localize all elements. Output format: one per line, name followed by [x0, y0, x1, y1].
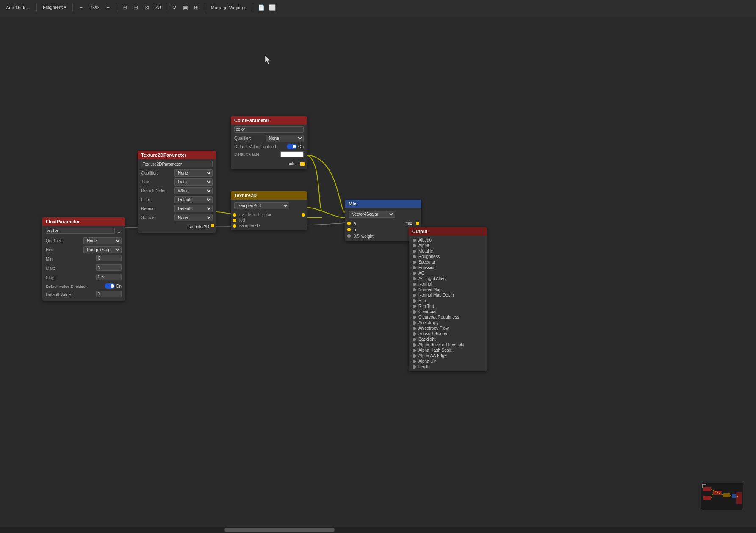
grid-snap-icon[interactable]: ⊞ [120, 3, 129, 12]
svg-point-30 [413, 349, 416, 352]
mini-preview-corner [702, 484, 706, 488]
t2d-defaultcolor-label: Default Color: [141, 189, 171, 193]
tex2d-param-name-input[interactable] [141, 161, 213, 167]
output-port-anisotropy-flow: Anisotropy Flow [412, 325, 484, 331]
default-value-label: Default Value: [234, 152, 264, 157]
tex2d-parameter-header[interactable]: Texture2DParameter [138, 151, 216, 159]
mix-header[interactable]: Mix [345, 200, 421, 208]
svg-line-42 [722, 495, 723, 495]
mode-selector[interactable]: Fragment ▾ [40, 3, 69, 11]
t2d-qualifier-select[interactable]: None [174, 169, 213, 177]
uv-in-port[interactable] [233, 213, 237, 217]
svg-rect-36 [713, 491, 722, 495]
fp-min-input[interactable] [96, 255, 122, 261]
float-param-expand[interactable]: ⌄ [116, 228, 122, 235]
mix-type-select[interactable]: Vector4Scalar [349, 211, 395, 218]
default-enabled-row: Default Value Enabled: On [234, 143, 304, 150]
t2d-filter-select[interactable]: Default [174, 196, 213, 203]
mix-out-label: mix [405, 221, 412, 226]
zoom-out-icon[interactable]: − [76, 3, 86, 12]
svg-point-13 [413, 255, 416, 258]
sep3 [116, 4, 116, 11]
layout-icon[interactable]: ⊠ [142, 3, 151, 12]
fp-defval-input[interactable] [96, 291, 122, 297]
svg-point-2 [233, 213, 236, 217]
scrollbar-thumb[interactable] [224, 528, 335, 532]
t2d-type-select[interactable]: Data [174, 178, 213, 186]
canvas-area[interactable]: ColorParameter Qualifier: None Default V… [0, 15, 756, 527]
color-out-port[interactable] [300, 162, 304, 166]
color-swatch[interactable] [280, 151, 304, 157]
mini-preview [701, 483, 743, 510]
fp-hint-select[interactable]: Range+Step [83, 246, 122, 253]
fp-defenabled-row: Default Value Enabled: On [46, 282, 122, 290]
sampler2d-out-port[interactable] [210, 223, 215, 228]
lod-in-port[interactable] [233, 218, 237, 222]
tex2d-parameter-body: Qualifier: None Type: Data Default Color… [138, 159, 216, 233]
svg-point-16 [413, 272, 416, 275]
svg-point-9 [347, 234, 351, 238]
svg-point-7 [416, 222, 419, 225]
layout3-icon[interactable]: ⊞ [192, 3, 201, 12]
output-port-albedo: Albedo [412, 237, 484, 243]
mix-weight-in-port[interactable] [347, 234, 351, 238]
t2d-sampler2d-port-row: sampler2D [234, 223, 304, 228]
file-icon[interactable]: 📄 [257, 3, 266, 12]
output-port-anisotropy: Anisotropy [412, 320, 484, 325]
color-parameter-body: Qualifier: None Default Value Enabled: O… [231, 125, 307, 169]
svg-point-6 [347, 222, 351, 225]
mix-weight-row: 0.5 weight [349, 233, 418, 239]
t2d-uv-type: color [262, 212, 271, 217]
refresh-icon[interactable]: ↻ [170, 3, 179, 12]
t2d-sampler-select[interactable]: SamplerPort [234, 202, 289, 209]
sampler2d-in-port[interactable] [233, 224, 237, 228]
t2d-repeat-select[interactable]: Default [174, 205, 213, 212]
float-param-name-input[interactable] [46, 228, 115, 234]
svg-point-12 [413, 250, 416, 253]
fp-qualifier-select[interactable]: None [83, 237, 122, 244]
output-port-alpha-aa-edge: Alpha AA Edge [412, 353, 484, 358]
color-param-name-input[interactable] [234, 126, 304, 133]
t2d-lod-label: lod [239, 218, 245, 222]
fp-hint-row: Hint: Range+Step [46, 245, 122, 254]
svg-point-21 [413, 299, 416, 303]
mix-out-port[interactable] [415, 221, 420, 225]
layout2-icon[interactable]: ▣ [181, 3, 190, 12]
zoom-level: 75% [87, 4, 102, 11]
svg-point-23 [413, 310, 416, 314]
default-enabled-toggle[interactable]: On [287, 144, 304, 149]
output-port-backlight: Backlight [412, 336, 484, 342]
output-port-ao-light-affect: AO Light Affect [412, 276, 484, 281]
fp-max-input[interactable] [96, 264, 122, 271]
output-node: Output Albedo Alpha Metallic Roughness [409, 227, 487, 371]
fp-enabled-toggle[interactable]: On [105, 283, 122, 289]
fp-step-input[interactable] [96, 274, 122, 280]
mix-b-in-port[interactable] [347, 228, 351, 232]
uv-out-port[interactable] [301, 213, 305, 217]
t2d-source-select[interactable]: None [174, 214, 213, 221]
t2d-defaultcolor-row: Default Color: White [141, 186, 213, 195]
add-node-button[interactable]: Add Node... [3, 4, 33, 11]
texture2d-header[interactable]: Texture2D [231, 191, 307, 200]
manage-varyings-button[interactable]: Manage Varyings [208, 4, 249, 11]
sep6 [253, 4, 253, 11]
qualifier-select[interactable]: None [266, 135, 304, 142]
mix-a-in-port[interactable] [347, 221, 351, 225]
scrollbar[interactable] [0, 527, 756, 533]
sep2 [72, 4, 73, 11]
t2d-defaultcolor-select[interactable]: White [174, 187, 213, 194]
texture2d-parameter-node: Texture2DParameter Qualifier: None Type:… [138, 151, 216, 233]
svg-point-18 [413, 283, 416, 286]
color-parameter-header[interactable]: ColorParameter [231, 116, 307, 125]
sep5 [205, 4, 205, 11]
sampler2d-out-label: sampler2D [189, 225, 209, 229]
zoom-in-icon[interactable]: + [103, 3, 113, 12]
svg-point-26 [413, 327, 416, 330]
fp-defval-row: Default Value: [46, 290, 122, 299]
output-header[interactable]: Output [409, 227, 487, 236]
grid-icon[interactable]: ⊟ [131, 3, 140, 12]
screen-icon[interactable]: ⬜ [268, 3, 277, 12]
t2d-sampler2d-in-label: sampler2D [239, 223, 260, 228]
float-parameter-header[interactable]: FloatParameter [42, 217, 125, 226]
output-port-normal-map-depth: Normal Map Depth [412, 292, 484, 298]
